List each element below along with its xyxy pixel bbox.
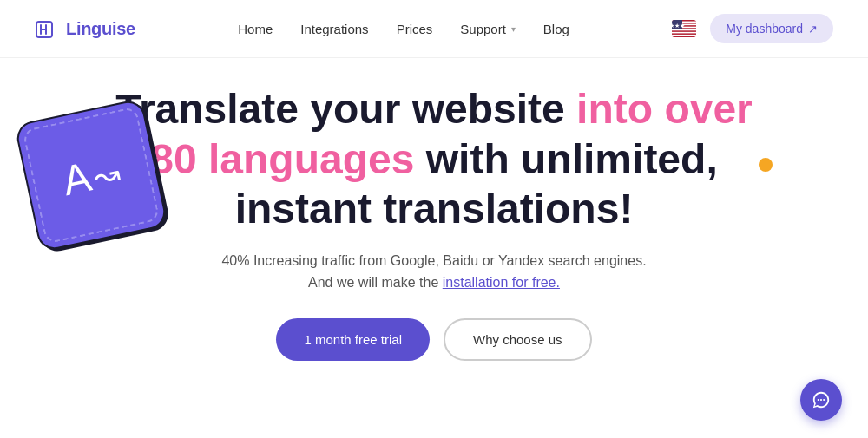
nav-integrations[interactable]: Integrations (300, 22, 368, 36)
logo-text: Linguise (66, 19, 135, 39)
nav-links: Home Integrations Prices Support ▾ Blog (238, 22, 569, 36)
translate-arrow-icon: ↝ (90, 155, 123, 196)
svg-point-10 (818, 399, 819, 401)
svg-rect-6 (672, 32, 696, 34)
language-flag[interactable]: ★★★ (672, 20, 696, 37)
nav-prices[interactable]: Prices (397, 22, 433, 36)
hero-section: A ↝ Translate your website into over 80 … (0, 58, 868, 361)
nav-right: ★★★ My dashboard ↗ (672, 14, 833, 43)
nav-blog[interactable]: Blog (543, 22, 569, 36)
dashboard-button[interactable]: My dashboard ↗ (710, 14, 833, 43)
svg-point-12 (823, 399, 825, 401)
hero-buttons: 1 month free trial Why choose us (276, 318, 591, 361)
navbar: Linguise Home Integrations Prices Suppor… (0, 0, 868, 58)
translate-icon: A ↝ (26, 110, 165, 249)
nav-home[interactable]: Home (238, 22, 273, 36)
logo-icon (35, 16, 59, 41)
hero-subtitle: 40% Increasing traffic from Google, Baid… (221, 250, 646, 294)
external-link-icon: ↗ (808, 23, 818, 36)
chat-bubble-button[interactable] (800, 379, 842, 421)
svg-rect-5 (672, 29, 696, 31)
nav-support[interactable]: Support ▾ (460, 22, 516, 36)
support-chevron-icon: ▾ (511, 24, 516, 34)
logo[interactable]: Linguise (35, 16, 135, 41)
hero-title: Translate your website into over 80 lang… (95, 84, 773, 234)
trial-button[interactable]: 1 month free trial (276, 318, 430, 361)
svg-point-11 (820, 399, 822, 401)
chat-icon (812, 390, 831, 409)
why-choose-us-button[interactable]: Why choose us (444, 318, 592, 361)
letter-a: A (58, 152, 95, 204)
svg-rect-7 (672, 35, 696, 36)
decorative-dot (759, 158, 773, 172)
installation-link[interactable]: installation for free. (443, 275, 560, 290)
svg-text:★★★: ★★★ (672, 23, 685, 29)
